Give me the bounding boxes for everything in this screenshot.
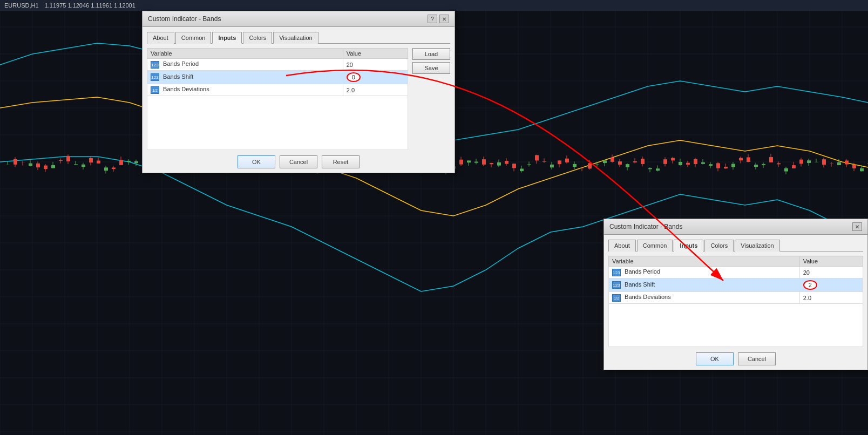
dialog1-body: About Common Inputs Colors Visualization… <box>143 27 455 173</box>
d2-col-value: Value <box>799 256 863 267</box>
tab-about[interactable]: About <box>147 32 174 44</box>
dialog1-titlebar: Custom Indicator - Bands ? ✕ <box>143 11 455 27</box>
reset-button[interactable]: Reset <box>322 155 360 168</box>
d2-cancel-button[interactable]: Cancel <box>738 352 776 365</box>
cancel-button[interactable]: Cancel <box>280 155 317 168</box>
dialog1-table-section: Variable Value 123 Bands Period 20 <box>147 48 450 150</box>
col-value: Value <box>343 49 408 59</box>
dialog1-controls: ? ✕ <box>428 15 449 23</box>
table-row[interactable]: 123 Bands Period 20 <box>147 59 408 71</box>
inputs-table: Variable Value 123 Bands Period 20 <box>147 48 408 150</box>
row3-value[interactable]: 2.0 <box>343 84 408 96</box>
save-button[interactable]: Save <box>412 62 450 74</box>
dialog2-tab-inputs[interactable]: Inputs <box>674 240 703 252</box>
dialog2-tab-common[interactable]: Common <box>637 240 673 252</box>
d2-ok-button[interactable]: OK <box>696 352 734 365</box>
row3-variable: 1/2 Bands Deviations <box>147 84 343 96</box>
dialog1-help-button[interactable]: ? <box>428 15 437 23</box>
d2-shift-value-circled: 2 <box>803 280 817 290</box>
row1-icon: 123 <box>151 61 159 69</box>
d2-col-variable: Variable <box>609 256 800 267</box>
dialog1-side-buttons: Load Save <box>412 48 450 74</box>
ok-button[interactable]: OK <box>238 155 275 168</box>
table-row[interactable]: 1/2 Bands Deviations 2.0 <box>147 84 408 96</box>
dialog1-tabbar: About Common Inputs Colors Visualization <box>147 31 450 44</box>
d2-row1-value[interactable]: 20 <box>799 267 863 278</box>
dialog2-tab-about[interactable]: About <box>608 240 636 252</box>
dialog2-tab-colors[interactable]: Colors <box>704 240 734 252</box>
dialog2-table-container: Variable Value 123 Bands Period 20 <box>608 256 863 347</box>
dialog2-table-section: Variable Value 123 Bands Period 20 <box>608 256 863 347</box>
tab-common[interactable]: Common <box>175 32 212 44</box>
d2-row2-variable: 123 Bands Shift <box>609 278 800 292</box>
dialog2-controls: ✕ <box>852 222 862 231</box>
load-button[interactable]: Load <box>412 48 450 60</box>
dialog1-title: Custom Indicator - Bands <box>148 15 221 23</box>
row2-value[interactable]: 0 <box>343 71 408 84</box>
dialog2-titlebar: Custom Indicator - Bands ✕ <box>604 219 867 235</box>
dialog2-inputs-table: Variable Value 123 Bands Period 20 <box>608 256 863 347</box>
chart-topbar: EURUSD,H1 1.11975 1.12046 1.11961 1.1200… <box>0 0 868 11</box>
dialog1-table-container: Variable Value 123 Bands Period 20 <box>147 48 408 150</box>
row1-value[interactable]: 20 <box>343 59 408 71</box>
row1-variable: 123 Bands Period <box>147 59 343 71</box>
d2-row1-icon: 123 <box>612 269 621 276</box>
d2-table-row-selected[interactable]: 123 Bands Shift 2 <box>609 278 863 292</box>
dialog2-tab-visualization[interactable]: Visualization <box>735 240 780 252</box>
dialog2: Custom Indicator - Bands ✕ About Common … <box>603 219 868 370</box>
d2-table-row[interactable]: 123 Bands Period 20 <box>609 267 863 278</box>
dialog1-close-button[interactable]: ✕ <box>439 15 449 23</box>
dialog2-close-button[interactable]: ✕ <box>852 222 862 231</box>
dialog1-bottom-buttons: OK Cancel Reset <box>147 155 450 168</box>
d2-row2-icon: 123 <box>612 281 621 289</box>
d2-row3-variable: 1/2 Bands Deviations <box>609 292 800 304</box>
d2-row2-value[interactable]: 2 <box>799 278 863 292</box>
chart-symbol: EURUSD,H1 <box>4 2 39 9</box>
d2-row1-variable: 123 Bands Period <box>609 267 800 278</box>
table-row-selected[interactable]: 123 Bands Shift 0 <box>147 71 408 84</box>
tab-colors[interactable]: Colors <box>243 32 272 44</box>
dialog1-content: About Common Inputs Colors Visualization… <box>147 31 450 168</box>
row3-icon: 1/2 <box>151 86 159 94</box>
shift-value-circled: 0 <box>347 72 361 82</box>
dialog2-bottom-buttons: OK Cancel <box>608 352 863 365</box>
row2-variable: 123 Bands Shift <box>147 71 343 84</box>
tab-visualization[interactable]: Visualization <box>273 32 318 44</box>
d2-table-row[interactable]: 1/2 Bands Deviations 2.0 <box>609 292 863 304</box>
dialog2-title: Custom Indicator - Bands <box>609 223 682 230</box>
tab-inputs[interactable]: Inputs <box>212 32 242 44</box>
chart-prices: 1.11975 1.12046 1.11961 1.12001 <box>45 2 135 9</box>
dialog2-body: About Common Inputs Colors Visualization… <box>604 235 867 370</box>
d2-row3-icon: 1/2 <box>612 294 621 302</box>
d2-row3-value[interactable]: 2.0 <box>799 292 863 304</box>
dialog1: Custom Indicator - Bands ? ✕ About Commo… <box>142 11 455 173</box>
row2-icon: 123 <box>151 73 159 81</box>
col-variable: Variable <box>147 49 343 59</box>
dialog2-tabbar: About Common Inputs Colors Visualization <box>608 239 863 252</box>
